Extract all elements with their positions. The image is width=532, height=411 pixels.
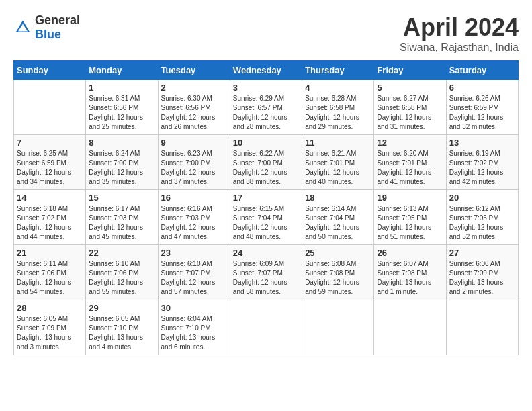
- day-info: Sunrise: 6:20 AMSunset: 7:01 PMDaylight:…: [377, 149, 443, 187]
- day-info: Sunrise: 6:18 AMSunset: 7:02 PMDaylight:…: [17, 204, 83, 242]
- day-number: 14: [17, 193, 83, 203]
- day-number: 23: [161, 248, 227, 258]
- calendar-cell: 19Sunrise: 6:13 AMSunset: 7:05 PMDayligh…: [374, 190, 446, 245]
- day-number: 5: [377, 83, 443, 93]
- day-info: Sunrise: 6:22 AMSunset: 7:00 PMDaylight:…: [233, 149, 299, 187]
- calendar-cell: 15Sunrise: 6:17 AMSunset: 7:03 PMDayligh…: [86, 190, 158, 245]
- calendar-cell: 17Sunrise: 6:15 AMSunset: 7:04 PMDayligh…: [230, 190, 302, 245]
- calendar-cell: 4Sunrise: 6:28 AMSunset: 6:58 PMDaylight…: [302, 80, 374, 135]
- day-number: 28: [17, 303, 83, 313]
- column-header-thursday: Thursday: [302, 61, 374, 80]
- day-number: 4: [305, 83, 371, 93]
- calendar-cell: 5Sunrise: 6:27 AMSunset: 6:58 PMDaylight…: [374, 80, 446, 135]
- logo-icon: [13, 18, 32, 37]
- calendar-week-2: 7Sunrise: 6:25 AMSunset: 6:59 PMDaylight…: [14, 135, 519, 190]
- day-info: Sunrise: 6:05 AMSunset: 7:09 PMDaylight:…: [17, 314, 83, 352]
- day-info: Sunrise: 6:13 AMSunset: 7:05 PMDaylight:…: [377, 204, 443, 242]
- title-section: April 2024 Siwana, Rajasthan, India: [400, 13, 519, 54]
- calendar-cell: 8Sunrise: 6:24 AMSunset: 7:00 PMDaylight…: [86, 135, 158, 190]
- column-header-sunday: Sunday: [14, 61, 86, 80]
- calendar-week-3: 14Sunrise: 6:18 AMSunset: 7:02 PMDayligh…: [14, 190, 519, 245]
- calendar-cell: 7Sunrise: 6:25 AMSunset: 6:59 PMDaylight…: [14, 135, 86, 190]
- calendar-cell: 9Sunrise: 6:23 AMSunset: 7:00 PMDaylight…: [158, 135, 230, 190]
- calendar-cell: 14Sunrise: 6:18 AMSunset: 7:02 PMDayligh…: [14, 190, 86, 245]
- calendar-cell: [302, 300, 374, 355]
- column-header-monday: Monday: [86, 61, 158, 80]
- calendar-cell: 3Sunrise: 6:29 AMSunset: 6:57 PMDaylight…: [230, 80, 302, 135]
- day-number: 1: [89, 83, 154, 93]
- day-info: Sunrise: 6:10 AMSunset: 7:06 PMDaylight:…: [89, 259, 154, 297]
- calendar-cell: 18Sunrise: 6:14 AMSunset: 7:04 PMDayligh…: [302, 190, 374, 245]
- location-title: Siwana, Rajasthan, India: [400, 42, 519, 54]
- day-number: 25: [305, 248, 371, 258]
- day-info: Sunrise: 6:23 AMSunset: 7:00 PMDaylight:…: [161, 149, 227, 187]
- day-number: 20: [449, 193, 515, 203]
- calendar-header-row: SundayMondayTuesdayWednesdayThursdayFrid…: [14, 61, 519, 80]
- calendar-cell: 26Sunrise: 6:07 AMSunset: 7:08 PMDayligh…: [374, 245, 446, 300]
- calendar-cell: 11Sunrise: 6:21 AMSunset: 7:01 PMDayligh…: [302, 135, 374, 190]
- day-info: Sunrise: 6:15 AMSunset: 7:04 PMDaylight:…: [233, 204, 299, 242]
- calendar-week-4: 21Sunrise: 6:11 AMSunset: 7:06 PMDayligh…: [14, 245, 519, 300]
- day-info: Sunrise: 6:29 AMSunset: 6:57 PMDaylight:…: [233, 94, 299, 132]
- day-info: Sunrise: 6:06 AMSunset: 7:09 PMDaylight:…: [449, 259, 515, 297]
- day-number: 13: [449, 138, 515, 148]
- day-info: Sunrise: 6:28 AMSunset: 6:58 PMDaylight:…: [305, 94, 371, 132]
- calendar-cell: 1Sunrise: 6:31 AMSunset: 6:56 PMDaylight…: [86, 80, 158, 135]
- day-number: 16: [161, 193, 227, 203]
- logo: General Blue: [13, 13, 80, 42]
- day-info: Sunrise: 6:05 AMSunset: 7:10 PMDaylight:…: [89, 314, 154, 352]
- calendar-cell: 29Sunrise: 6:05 AMSunset: 7:10 PMDayligh…: [86, 300, 158, 355]
- day-number: 21: [17, 248, 83, 258]
- day-info: Sunrise: 6:07 AMSunset: 7:08 PMDaylight:…: [377, 259, 443, 297]
- day-info: Sunrise: 6:26 AMSunset: 6:59 PMDaylight:…: [449, 94, 515, 132]
- day-number: 30: [161, 303, 227, 313]
- header: General Blue April 2024 Siwana, Rajastha…: [13, 13, 519, 54]
- calendar-cell: [230, 300, 302, 355]
- day-info: Sunrise: 6:17 AMSunset: 7:03 PMDaylight:…: [89, 204, 154, 242]
- calendar-table: SundayMondayTuesdayWednesdayThursdayFrid…: [13, 60, 519, 355]
- day-info: Sunrise: 6:12 AMSunset: 7:05 PMDaylight:…: [449, 204, 515, 242]
- logo-general: General: [35, 13, 80, 27]
- day-info: Sunrise: 6:30 AMSunset: 6:56 PMDaylight:…: [161, 94, 227, 132]
- day-number: 11: [305, 138, 371, 148]
- day-info: Sunrise: 6:24 AMSunset: 7:00 PMDaylight:…: [89, 149, 154, 187]
- day-number: 9: [161, 138, 227, 148]
- column-header-tuesday: Tuesday: [158, 61, 230, 80]
- day-number: 10: [233, 138, 299, 148]
- calendar-cell: 30Sunrise: 6:04 AMSunset: 7:10 PMDayligh…: [158, 300, 230, 355]
- day-number: 3: [233, 83, 299, 93]
- day-info: Sunrise: 6:14 AMSunset: 7:04 PMDaylight:…: [305, 204, 371, 242]
- day-number: 2: [161, 83, 227, 93]
- day-info: Sunrise: 6:21 AMSunset: 7:01 PMDaylight:…: [305, 149, 371, 187]
- day-number: 29: [89, 303, 154, 313]
- column-header-saturday: Saturday: [446, 61, 518, 80]
- calendar-cell: 28Sunrise: 6:05 AMSunset: 7:09 PMDayligh…: [14, 300, 86, 355]
- day-info: Sunrise: 6:31 AMSunset: 6:56 PMDaylight:…: [89, 94, 154, 132]
- calendar-cell: 2Sunrise: 6:30 AMSunset: 6:56 PMDaylight…: [158, 80, 230, 135]
- calendar-cell: 20Sunrise: 6:12 AMSunset: 7:05 PMDayligh…: [446, 190, 518, 245]
- day-info: Sunrise: 6:25 AMSunset: 6:59 PMDaylight:…: [17, 149, 83, 187]
- column-header-wednesday: Wednesday: [230, 61, 302, 80]
- calendar-cell: 13Sunrise: 6:19 AMSunset: 7:02 PMDayligh…: [446, 135, 518, 190]
- day-info: Sunrise: 6:08 AMSunset: 7:08 PMDaylight:…: [305, 259, 371, 297]
- calendar-week-5: 28Sunrise: 6:05 AMSunset: 7:09 PMDayligh…: [14, 300, 519, 355]
- day-number: 7: [17, 138, 83, 148]
- day-number: 18: [305, 193, 371, 203]
- column-header-friday: Friday: [374, 61, 446, 80]
- day-number: 22: [89, 248, 154, 258]
- calendar-cell: 23Sunrise: 6:10 AMSunset: 7:07 PMDayligh…: [158, 245, 230, 300]
- calendar-cell: [14, 80, 86, 135]
- day-info: Sunrise: 6:04 AMSunset: 7:10 PMDaylight:…: [161, 314, 227, 352]
- calendar-cell: [374, 300, 446, 355]
- month-title: April 2024: [400, 13, 519, 42]
- day-number: 19: [377, 193, 443, 203]
- calendar-cell: 25Sunrise: 6:08 AMSunset: 7:08 PMDayligh…: [302, 245, 374, 300]
- calendar-week-1: 1Sunrise: 6:31 AMSunset: 6:56 PMDaylight…: [14, 80, 519, 135]
- day-number: 8: [89, 138, 154, 148]
- calendar-cell: 10Sunrise: 6:22 AMSunset: 7:00 PMDayligh…: [230, 135, 302, 190]
- day-number: 27: [449, 248, 515, 258]
- day-number: 6: [449, 83, 515, 93]
- logo-text: General Blue: [35, 13, 80, 42]
- calendar-cell: 27Sunrise: 6:06 AMSunset: 7:09 PMDayligh…: [446, 245, 518, 300]
- day-info: Sunrise: 6:19 AMSunset: 7:02 PMDaylight:…: [449, 149, 515, 187]
